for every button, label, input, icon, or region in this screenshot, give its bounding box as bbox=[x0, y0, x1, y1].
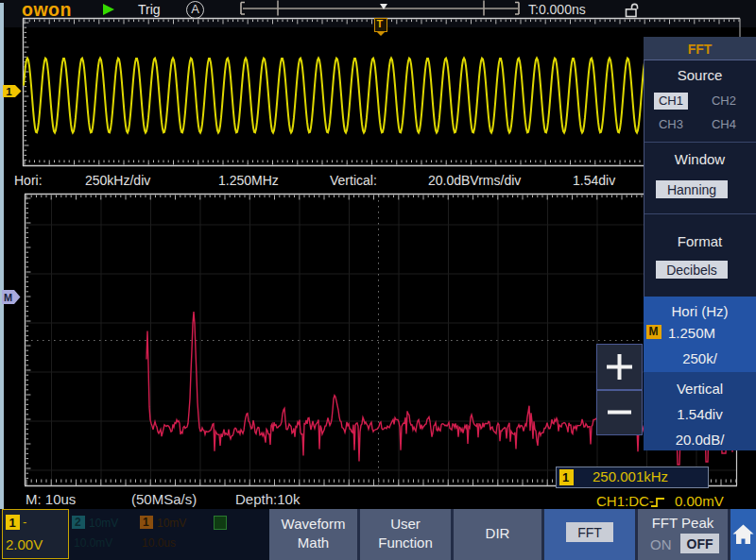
svg-text:M: M bbox=[4, 292, 12, 303]
